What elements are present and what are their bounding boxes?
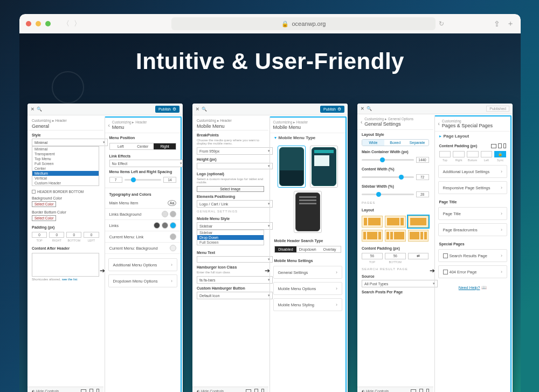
select-image-button[interactable]: Select Image — [197, 186, 264, 192]
checkbox-border-bottom[interactable] — [32, 190, 36, 194]
desktop-icon[interactable] — [81, 389, 86, 393]
back-icon[interactable]: ‹ — [108, 122, 110, 128]
shortcodes-link[interactable]: see the list — [62, 278, 78, 281]
reload-icon[interactable]: ↻ — [439, 20, 444, 27]
close-icon[interactable]: ✕ — [31, 107, 34, 112]
window-close-dot[interactable] — [26, 21, 31, 26]
layout-option[interactable] — [362, 216, 383, 228]
publish-button[interactable]: Publish⚙ — [320, 106, 344, 113]
content-after-textarea[interactable] — [32, 253, 99, 277]
slider-thumb[interactable] — [376, 192, 381, 197]
aa-icon[interactable]: Aa — [168, 200, 176, 206]
pad-top[interactable] — [439, 151, 451, 157]
menu-text-input[interactable] — [197, 256, 273, 263]
pad-right[interactable] — [453, 151, 465, 157]
publish-button[interactable]: Publish ⚙ — [155, 106, 179, 113]
slider-thumb[interactable] — [131, 177, 136, 182]
style-option-selected[interactable]: Medium — [32, 171, 99, 176]
sync-icon[interactable]: 🔒 — [494, 151, 506, 157]
page-breadcrumbs-row[interactable]: Page Breadcrumbs› — [438, 223, 508, 236]
links-row[interactable]: Links — [109, 223, 119, 228]
pad-bottom[interactable] — [467, 151, 479, 157]
custom-hamburger-select[interactable]: Default Icon — [197, 292, 273, 299]
mobile-type-option-3[interactable] — [294, 191, 322, 233]
tablet-icon[interactable] — [419, 389, 423, 392]
additional-menu-options[interactable]: Additional Menu Options› — [108, 258, 178, 271]
tablet-icon[interactable] — [254, 389, 258, 392]
phone-icon[interactable] — [503, 143, 506, 148]
layout-option-selected[interactable] — [408, 216, 429, 228]
mobile-type-option-2[interactable] — [310, 146, 338, 188]
desktop-icon[interactable] — [491, 144, 496, 148]
select-color-button-2[interactable]: Select Color — [32, 215, 56, 221]
mobile-menu-style-select[interactable]: Sidebar — [197, 222, 273, 230]
share-icon[interactable]: ⇪ — [494, 19, 500, 28]
padding-top-input[interactable]: 56 — [362, 253, 383, 259]
main-width-value[interactable]: 1440 — [416, 157, 429, 163]
window-zoom-dot[interactable] — [45, 21, 51, 26]
search-results-row[interactable]: Search Results Page› — [438, 249, 508, 262]
tablet-icon[interactable] — [498, 143, 502, 148]
hide-controls-toggle[interactable]: ◐ Hide Controls — [362, 389, 389, 393]
current-bg-row[interactable]: Current Menu: Background — [109, 246, 158, 251]
links-bg-row[interactable]: Links Background — [109, 212, 142, 217]
padding-bottom[interactable]: 0 — [66, 232, 81, 238]
style-option[interactable]: Center — [32, 166, 99, 171]
phone-icon[interactable] — [261, 389, 264, 392]
source-select[interactable]: All Post Types — [362, 280, 438, 287]
need-help-link[interactable]: Need Help? — [459, 285, 480, 290]
layout-option[interactable] — [408, 230, 429, 242]
elements-positioning-select[interactable]: Logo / Cart / Link — [197, 200, 273, 208]
mobile-menu-options-row[interactable]: Mobile Menu Options› — [273, 282, 343, 295]
link-effects-select[interactable]: No Effect — [109, 160, 183, 167]
height-input[interactable] — [197, 163, 273, 169]
breakpoint-select[interactable]: From 959px — [197, 147, 273, 155]
menu-position-toggle[interactable]: Left Center Right — [109, 143, 177, 150]
search-type-toggle[interactable]: Disabled Dropdown Overlay — [274, 246, 342, 253]
hide-controls-toggle[interactable]: ◐ Hide Controls — [32, 389, 59, 393]
slider-thumb[interactable] — [380, 157, 385, 162]
main-menu-item[interactable]: Main Menu Item — [109, 201, 139, 205]
search-icon[interactable]: 🔍 — [367, 106, 372, 111]
mobile-menu-styling-row[interactable]: Mobile Menu Styling› — [273, 298, 343, 311]
search-icon[interactable]: 🔍 — [202, 107, 207, 112]
responsive-settings-row[interactable]: Responsive Page Settings› — [438, 181, 508, 194]
style-option[interactable]: Full Screen — [32, 161, 99, 166]
general-settings-row[interactable]: General Settings› — [273, 266, 343, 279]
phone-icon[interactable] — [96, 389, 99, 392]
search-icon[interactable]: 🔍 — [37, 107, 42, 112]
spacing-input[interactable]: 7 — [109, 177, 122, 183]
style-option[interactable]: Top Menu — [32, 156, 99, 161]
select-color-button[interactable]: Select Color — [32, 201, 56, 207]
404-page-row[interactable]: 404 Error Page› — [438, 265, 508, 278]
page-layout-row[interactable]: Page Layout — [444, 134, 469, 139]
padding-left[interactable]: 0 — [84, 232, 99, 238]
content-width-value[interactable]: 72 — [416, 174, 429, 180]
tablet-icon[interactable] — [89, 389, 93, 392]
forward-icon[interactable]: 〉 — [74, 19, 81, 29]
style-option[interactable]: Vertical — [32, 176, 99, 181]
style-option[interactable]: Custom Header — [32, 181, 99, 185]
back-icon[interactable]: ‹ — [361, 119, 362, 125]
desktop-icon[interactable] — [411, 389, 416, 393]
pad-left[interactable] — [481, 151, 493, 157]
style-option[interactable]: Minimal — [32, 147, 99, 152]
url-bar[interactable]: 🔒 oceanwp.org ↻ — [171, 17, 436, 30]
layout-option[interactable] — [385, 216, 406, 228]
layout-option[interactable] — [362, 230, 383, 242]
back-icon[interactable]: ‹ — [438, 121, 440, 127]
sidebar-width-value[interactable]: 28 — [416, 191, 429, 197]
current-link-row[interactable]: Current Menu: Link — [109, 235, 144, 239]
sync-icon[interactable]: ⇄ — [408, 253, 429, 259]
padding-top[interactable]: 0 — [32, 232, 47, 238]
page-title-row[interactable]: Page Title› — [438, 207, 508, 220]
close-icon[interactable]: ✕ — [196, 107, 199, 112]
style-select[interactable]: Minimal — [32, 139, 108, 146]
phone-icon[interactable] — [426, 389, 429, 392]
padding-bottom-input[interactable]: 56 — [385, 253, 406, 259]
close-icon[interactable]: ✕ — [361, 106, 364, 111]
slider-thumb[interactable] — [399, 175, 404, 180]
dropdown-menu-options[interactable]: Dropdown Menu Options› — [108, 274, 178, 287]
hide-controls-toggle[interactable]: ◐ Hide Controls — [197, 389, 224, 393]
desktop-icon[interactable] — [246, 389, 251, 393]
